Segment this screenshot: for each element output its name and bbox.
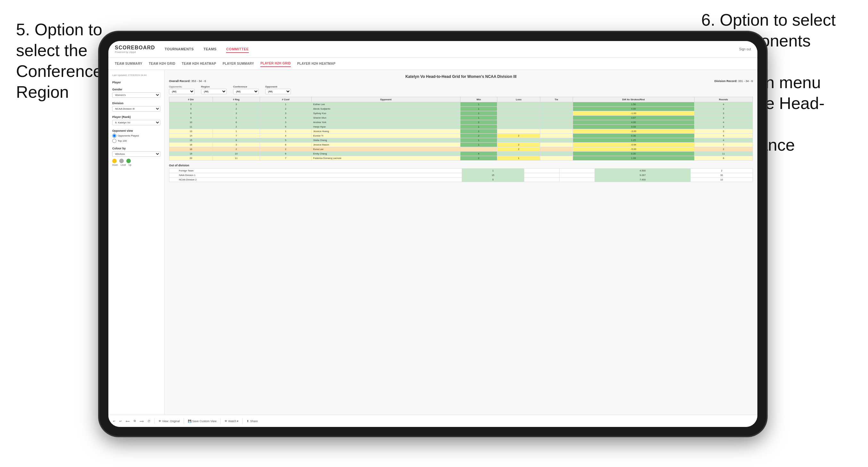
opponents-select[interactable]: (All): [169, 89, 195, 94]
sidebar-division-section: Division NCAA Division III: [112, 102, 160, 112]
cell-diff: -0.94: [573, 143, 694, 147]
cell-rounds: 4: [694, 138, 752, 143]
back-btn[interactable]: ⟵: [126, 419, 130, 423]
cell-opponent: Esther Lee: [311, 102, 460, 107]
report-title: Katelyn Vo Head-to-Head Grid for Women's…: [169, 74, 753, 79]
cell-div: 13: [169, 129, 213, 134]
cell-tie: [560, 168, 595, 173]
watch-btn[interactable]: 👁 Watch ▾: [224, 419, 239, 423]
cell-loss: 2: [497, 147, 540, 152]
cell-conf: 7: [260, 156, 311, 161]
col-loss: Loss: [497, 97, 540, 102]
circle-green: [126, 159, 131, 163]
undo-btn[interactable]: ↩: [113, 419, 116, 423]
cell-rounds: 11: [694, 152, 752, 156]
top-100-radio[interactable]: Top 100: [112, 139, 160, 143]
cell-conf: 2: [260, 147, 311, 152]
h2h-table: # Div # Reg # Conf Opponent Win Loss Tie…: [169, 97, 753, 161]
cell-loss: [497, 107, 540, 111]
copy-btn[interactable]: ⧉: [134, 419, 136, 423]
cell-conf: 6: [260, 152, 311, 156]
cell-rounds: 3: [694, 111, 752, 116]
cell-win: 1: [460, 111, 497, 116]
cell-tie: [560, 178, 595, 182]
conference-select[interactable]: (All): [233, 89, 259, 94]
colour-by-select[interactable]: Win/loss: [112, 151, 160, 157]
logo-subtitle: Powered by clippd: [115, 51, 155, 54]
report-records: Overall Record: 353 - 34 - 6 Division Re…: [169, 80, 753, 83]
nav-committee[interactable]: COMMITTEE: [226, 46, 249, 53]
nav-tournaments[interactable]: TOURNAMENTS: [165, 46, 194, 53]
view-original-btn[interactable]: 👁 View: Original: [158, 419, 180, 423]
division-select[interactable]: NCAA Division III: [112, 106, 160, 112]
cell-rounds: 3: [694, 125, 752, 129]
cell-rounds: 2: [694, 129, 752, 134]
cell-rounds: 4: [694, 120, 752, 125]
cell-win: 2: [460, 156, 497, 161]
table-row: NCAA Division 2 5 7.400 10: [169, 178, 753, 182]
toolbar-sep1: [154, 418, 155, 424]
save-custom-btn[interactable]: 💾 Save Custom View: [188, 419, 216, 423]
opponent-view-radios: Opponents Played Top 100: [112, 134, 160, 143]
cell-div: 6: [169, 111, 213, 116]
cell-tie: [540, 147, 573, 152]
cell-opponent: Sharon Mun: [311, 116, 460, 120]
cell-div: 18: [169, 147, 213, 152]
table-row: 16 3 6 Jessica Mason 1 2 -0.94 7: [169, 143, 753, 147]
sub-nav-player-summary[interactable]: PLAYER SUMMARY: [222, 61, 254, 67]
gender-select[interactable]: Women's: [112, 92, 160, 98]
opponent-select[interactable]: (All): [265, 89, 291, 94]
opponents-label: Opponents:: [169, 85, 195, 88]
tablet-screen: SCOREBOARD Powered by clippd TOURNAMENTS…: [108, 41, 757, 427]
cell-conf: 4: [260, 134, 311, 138]
table-row: 9 1 4 Sharon Mun 1 3.67 3: [169, 116, 753, 120]
sign-out-link[interactable]: Sign out: [739, 48, 751, 51]
cell-loss: 2: [497, 134, 540, 138]
table-row: NAIA Division 1 15 9.267 30: [169, 173, 753, 178]
opponent-filter-group: Opponent (All): [265, 85, 291, 94]
cell-reg: 3: [213, 143, 260, 147]
opponents-played-radio[interactable]: Opponents Played: [112, 134, 160, 138]
nav-teams[interactable]: TEAMS: [203, 46, 216, 53]
sub-nav-player-h2h-grid[interactable]: PLAYER H2H GRID: [260, 60, 291, 67]
cell-win: 1: [460, 143, 497, 147]
nav-items: TOURNAMENTS TEAMS COMMITTEE: [165, 46, 739, 53]
cell-div: 20: [169, 156, 213, 161]
sub-nav-team-h2h-grid[interactable]: TEAM H2H GRID: [149, 61, 176, 67]
col-diff: Diff Av Strokes/Rnd: [573, 97, 694, 102]
table-row: 5 2 2 Alexis Sudjianto 1 4.00 3: [169, 107, 753, 111]
forward-btn[interactable]: ⟶: [140, 419, 144, 423]
player-rank-select[interactable]: 8. Katelyn Vo: [112, 120, 160, 125]
cell-reg: 2: [213, 125, 260, 129]
sub-nav-player-h2h-heatmap[interactable]: PLAYER H2H HEATMAP: [297, 61, 335, 67]
cell-name: NAIA Division 1: [169, 173, 462, 178]
cell-win: 1: [460, 129, 497, 134]
cell-diff: 4.500: [595, 168, 691, 173]
circle-labels: Down Level Up: [112, 164, 160, 166]
nav-right: Sign out: [739, 48, 751, 51]
cell-tie: [540, 143, 573, 147]
cell-opponent: Sydney Kuo: [311, 111, 460, 116]
region-label: Region: [201, 85, 227, 88]
clock-btn[interactable]: ⏱: [148, 419, 150, 423]
cell-conf: 1: [260, 129, 311, 134]
share-btn[interactable]: ⬆ Share: [247, 419, 258, 423]
table-row: 20 11 7 Federica Domecq Lacroze 2 1 1.33…: [169, 156, 753, 161]
cell-div: 3: [169, 102, 213, 107]
cell-conf: 3: [260, 120, 311, 125]
cell-win: 1: [460, 125, 497, 129]
region-select[interactable]: (All): [201, 89, 227, 94]
table-row: 19 10 6 Emily Chang 4 0.30 11: [169, 152, 753, 156]
cell-rounds: 10: [691, 178, 753, 182]
cell-rounds: 30: [691, 173, 753, 178]
table-row: 13 1 1 Jessica Huang 1 -3.00 2: [169, 129, 753, 134]
sub-nav-team-h2h-heatmap[interactable]: TEAM H2H HEATMAP: [182, 61, 216, 67]
col-div: # Div: [169, 97, 213, 102]
col-conf: # Conf: [260, 97, 311, 102]
app-container: SCOREBOARD Powered by clippd TOURNAMENTS…: [108, 41, 757, 427]
sub-nav-team-summary[interactable]: TEAM SUMMARY: [115, 61, 143, 67]
cell-diff: 1.50: [573, 102, 694, 107]
table-row: 3 3 1 Esther Lee 1 1.50 4: [169, 102, 753, 107]
cell-tie: [560, 173, 595, 178]
redo-btn[interactable]: ↩: [119, 419, 122, 423]
